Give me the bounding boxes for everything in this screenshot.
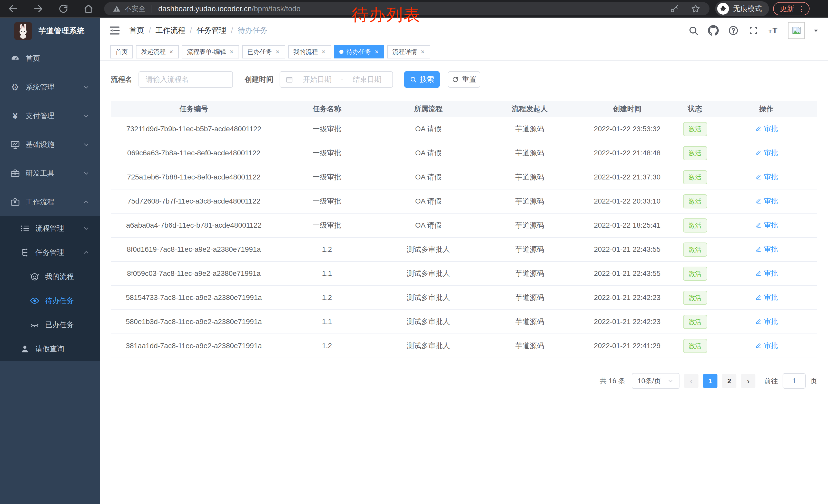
fullscreen-icon[interactable]: [748, 25, 759, 36]
app-logo-rabbit: [14, 22, 32, 40]
tab-6[interactable]: 待办任务 ×: [334, 45, 384, 58]
page-button-1[interactable]: 1: [703, 374, 717, 388]
approve-link[interactable]: 审批: [755, 317, 778, 326]
start-date-placeholder[interactable]: 开始日期: [297, 75, 337, 84]
sidebar-item-12[interactable]: 请假查询: [0, 337, 100, 361]
close-tab-icon[interactable]: ×: [374, 48, 379, 55]
search-button-icon: [410, 76, 417, 83]
approve-link[interactable]: 审批: [755, 341, 778, 350]
column-header-6: 状态: [675, 101, 716, 117]
status-badge: 激活: [683, 170, 707, 184]
close-tab-icon[interactable]: ×: [321, 48, 326, 55]
edit-pencil-icon: [755, 318, 761, 325]
security-label[interactable]: 不安全: [125, 4, 146, 13]
omnibox-divider: [152, 5, 152, 12]
avatar[interactable]: [788, 22, 805, 39]
sidebar-item-1[interactable]: 首页: [0, 44, 100, 73]
status-badge: 激活: [683, 242, 707, 257]
prev-page-button[interactable]: ‹: [684, 374, 699, 388]
sidebar-item-8[interactable]: 任务管理: [0, 240, 100, 265]
sidebar-fold-icon[interactable]: [109, 25, 121, 36]
edit-pencil-icon: [755, 246, 761, 253]
approve-link[interactable]: 审批: [755, 269, 778, 278]
breadcrumb-item-1[interactable]: 首页: [129, 26, 144, 36]
breadcrumb-item-4: 待办任务: [238, 26, 267, 36]
breadcrumb-item-2[interactable]: 工作流程: [156, 26, 185, 36]
forward-icon[interactable]: [33, 3, 44, 14]
yen-icon: ¥: [9, 110, 21, 122]
bookmark-star-icon[interactable]: [691, 4, 701, 14]
sidebar-item-11[interactable]: 已办任务: [0, 313, 100, 337]
incognito-badge: 无痕模式: [715, 1, 769, 16]
status-badge: 激活: [683, 267, 707, 281]
reload-icon[interactable]: [58, 3, 69, 14]
home-icon[interactable]: [83, 3, 94, 14]
table-row: 8f059c03-7ac8-11ec-a9e2-a2380e71991a 1.1…: [111, 262, 817, 286]
approve-link[interactable]: 审批: [755, 148, 778, 157]
date-range-input[interactable]: 开始日期 - 结束日期: [280, 71, 393, 88]
tab-4[interactable]: 已办任务 ×: [242, 45, 285, 58]
close-tab-icon[interactable]: ×: [229, 48, 234, 55]
sidebar-item-9[interactable]: 我的流程: [0, 265, 100, 289]
status-badge: 激活: [683, 315, 707, 329]
reset-button[interactable]: 重置: [448, 71, 480, 88]
search-button[interactable]: 搜索: [404, 71, 440, 88]
edit-pencil-icon: [755, 149, 761, 156]
breadcrumb-item-3[interactable]: 任务管理: [197, 26, 226, 36]
approve-link[interactable]: 审批: [755, 293, 778, 302]
sidebar-item-3[interactable]: ¥ 支付管理: [0, 101, 100, 130]
chevron-down-icon: [667, 378, 674, 384]
column-header-2: 任务名称: [277, 101, 377, 117]
sidebar-menu: 首页 ⚙ 系统管理 ¥ 支付管理 基础设施 研发工具 工作流程 流程管理 任务管…: [0, 44, 100, 361]
approve-link[interactable]: 审批: [755, 196, 778, 205]
not-secure-warning-icon[interactable]: [112, 4, 121, 13]
tab-5[interactable]: 我的流程 ×: [288, 45, 331, 58]
svg-text:T: T: [769, 29, 772, 34]
approve-link[interactable]: 审批: [755, 221, 778, 230]
search-icon[interactable]: [688, 25, 699, 36]
app-logo-row[interactable]: 芋道管理系统: [0, 18, 100, 44]
table-row: 069c6a63-7b8a-11ec-8ef0-acde48001122 一级审…: [111, 141, 817, 165]
task-table: 任务编号任务名称所属流程流程发起人创建时间状态操作 73211d9d-7b9b-…: [111, 101, 817, 358]
password-key-icon[interactable]: [669, 4, 679, 13]
active-dot: [339, 50, 343, 54]
sidebar-item-2[interactable]: ⚙ 系统管理: [0, 73, 100, 101]
approve-link[interactable]: 审批: [755, 124, 778, 133]
total-count: 共 16 条: [600, 376, 625, 385]
end-date-placeholder[interactable]: 结束日期: [347, 75, 387, 84]
page-button-2[interactable]: 2: [722, 374, 736, 388]
tab-7[interactable]: 流程详情 ×: [387, 45, 430, 58]
avatar-caret-icon[interactable]: [813, 27, 819, 34]
page-size-select[interactable]: 10条/页: [632, 373, 679, 389]
update-button[interactable]: 更新 ⋮: [773, 2, 810, 15]
tab-2[interactable]: 发起流程 ×: [136, 45, 179, 58]
browser-menu-icon[interactable]: ⋮: [798, 4, 805, 13]
help-icon[interactable]: [728, 25, 739, 36]
process-name-input[interactable]: 请输入流程名: [138, 71, 233, 88]
sidebar-item-5[interactable]: 研发工具: [0, 159, 100, 188]
font-size-icon[interactable]: TT: [768, 25, 779, 36]
close-tab-icon[interactable]: ×: [420, 48, 425, 55]
next-page-button[interactable]: ›: [741, 374, 755, 388]
sidebar-item-6[interactable]: 工作流程: [0, 188, 100, 216]
app-title: 芋道管理系统: [38, 26, 85, 36]
gear-icon: ⚙: [9, 81, 21, 93]
column-header-7: 操作: [715, 101, 817, 117]
goto-page-input[interactable]: 1: [783, 373, 806, 388]
sidebar: 芋道管理系统 首页 ⚙ 系统管理 ¥ 支付管理 基础设施 研发工具 工作流程 流…: [0, 18, 100, 504]
briefcase-icon: [9, 196, 21, 208]
column-header-4: 流程发起人: [480, 101, 580, 117]
sidebar-item-4[interactable]: 基础设施: [0, 130, 100, 159]
approve-link[interactable]: 审批: [755, 244, 778, 254]
tab-1[interactable]: 首页: [110, 45, 133, 58]
back-icon[interactable]: [8, 3, 18, 14]
approve-link[interactable]: 审批: [755, 172, 778, 182]
column-header-3: 所属流程: [377, 101, 480, 117]
close-tab-icon[interactable]: ×: [275, 48, 280, 55]
github-icon[interactable]: [708, 25, 719, 36]
close-tab-icon[interactable]: ×: [169, 48, 174, 55]
sidebar-item-10[interactable]: 待办任务: [0, 289, 100, 313]
url-text[interactable]: dashboard.yudao.iocoder.cn/bpm/task/todo: [158, 5, 301, 13]
tab-3[interactable]: 流程表单-编辑 ×: [182, 45, 239, 58]
sidebar-item-7[interactable]: 流程管理: [0, 216, 100, 240]
